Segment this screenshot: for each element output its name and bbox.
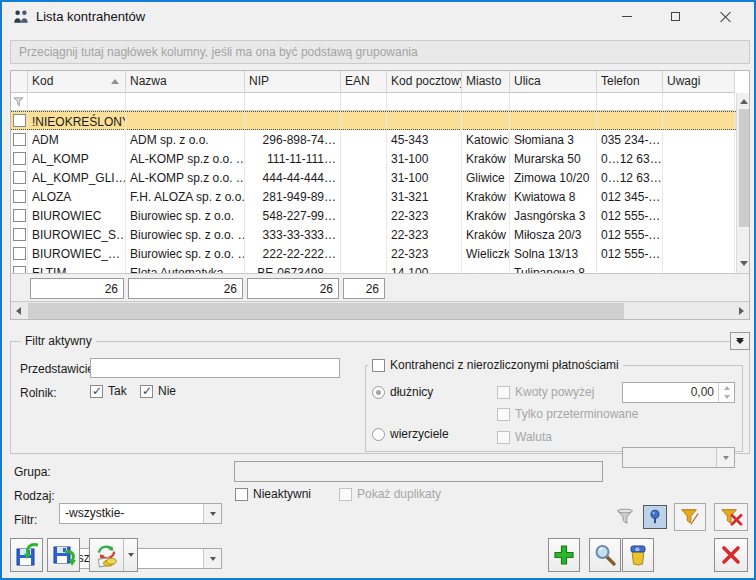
- chevron-down-icon[interactable]: [716, 448, 734, 467]
- table-row[interactable]: BIUROWIEC_…Biurowiec sp. z o.o. …222-22-…: [11, 244, 736, 263]
- checkbox-checked-icon[interactable]: [140, 385, 153, 398]
- checkbox-unchecked-icon[interactable]: [13, 114, 26, 127]
- przedstawiciel-input[interactable]: [90, 358, 340, 378]
- checkbox-unchecked-icon[interactable]: [13, 209, 26, 222]
- pin-filter-button[interactable]: [643, 505, 667, 529]
- checkbox-unchecked-icon[interactable]: [13, 228, 26, 241]
- title-bar[interactable]: Lista kontrahentów: [2, 2, 754, 32]
- row-checkbox[interactable]: [11, 263, 28, 273]
- chevron-down-icon[interactable]: [203, 549, 221, 568]
- table-row[interactable]: BIUROWIECBiurowiec sp. z o.o.548-227-99……: [11, 206, 736, 225]
- autofilter-cell[interactable]: [341, 93, 387, 111]
- column-header-kod-pocztowy[interactable]: Kod pocztowy: [387, 71, 462, 93]
- row-checkbox[interactable]: [11, 130, 28, 149]
- checkbox-unchecked-icon[interactable]: [13, 152, 26, 165]
- table-row[interactable]: AL_KOMPAL-KOMP sp.z o.o. …111-11-111…31-…: [11, 149, 736, 168]
- checkbox-unchecked-icon[interactable]: [13, 190, 26, 203]
- autofilter-cell[interactable]: [510, 93, 597, 111]
- operations-button[interactable]: [89, 538, 138, 572]
- horizontal-scrollbar-thumb[interactable]: [28, 303, 624, 319]
- column-header-ean[interactable]: EAN: [341, 71, 387, 93]
- operations-dropdown-arrow[interactable]: [123, 539, 137, 571]
- amount-spinner[interactable]: 0,00: [622, 382, 735, 403]
- collapse-panel-button[interactable]: [730, 332, 750, 350]
- row-checkbox[interactable]: [11, 168, 28, 187]
- row-checkbox[interactable]: [11, 149, 28, 168]
- scroll-down-icon[interactable]: [740, 261, 748, 266]
- cell: Solna 13/13: [510, 244, 597, 263]
- checkbox-unchecked-icon[interactable]: [13, 171, 26, 184]
- row-checkbox[interactable]: [11, 225, 28, 244]
- column-header-ulica[interactable]: Ulica: [510, 71, 597, 93]
- table-row[interactable]: ALOZAF.H. ALOZA sp. z o.o.281-949-89…31-…: [11, 187, 736, 206]
- rolnik-tak-checkbox[interactable]: Tak: [90, 384, 127, 398]
- row-checkbox[interactable]: [11, 206, 28, 225]
- row-checkbox[interactable]: [11, 244, 28, 263]
- import-button[interactable]: [47, 538, 80, 572]
- scroll-right-icon[interactable]: [739, 307, 744, 315]
- nieaktywni-checkbox[interactable]: Nieaktywni: [235, 487, 311, 501]
- autofilter-cell[interactable]: [28, 93, 126, 111]
- row-checkbox[interactable]: [11, 112, 28, 129]
- filter-edit-button[interactable]: [674, 503, 706, 531]
- minimize-button[interactable]: [610, 2, 644, 30]
- rodzaj-dropdown[interactable]: -wszystkie-: [59, 548, 222, 569]
- checkbox-unchecked-icon[interactable]: [13, 266, 26, 273]
- checkbox-checked-icon[interactable]: [90, 385, 103, 398]
- column-header-telefon[interactable]: Telefon: [597, 71, 663, 93]
- checkbox-unchecked-icon[interactable]: [13, 133, 26, 146]
- spinner-arrows-icon[interactable]: [718, 383, 734, 402]
- vertical-scrollbar-thumb[interactable]: [739, 109, 750, 227]
- autofilter-cell[interactable]: [462, 93, 510, 111]
- radio-selected-icon[interactable]: [372, 386, 385, 399]
- checkbox-unchecked-icon[interactable]: [235, 488, 248, 501]
- export-button[interactable]: [10, 538, 43, 572]
- autofilter-cell[interactable]: [663, 93, 735, 111]
- autofilter-cell[interactable]: [126, 93, 245, 111]
- payments-checkbox[interactable]: Kontrahenci z nierozliczonymi płatnościa…: [372, 358, 619, 372]
- close-button[interactable]: [714, 538, 748, 572]
- pokaz-duplikaty-checkbox[interactable]: Pokaż duplikaty: [339, 487, 441, 501]
- column-header-miasto[interactable]: Miasto: [462, 71, 510, 93]
- scroll-up-icon[interactable]: [740, 99, 748, 104]
- filter-clear-button[interactable]: [714, 503, 748, 531]
- checkbox-unchecked-icon[interactable]: [372, 359, 385, 372]
- autofilter-cell[interactable]: [245, 93, 341, 111]
- table-row[interactable]: ELTIMElota Automatyka…BE-0673498…14-100T…: [11, 263, 736, 273]
- group-by-bar[interactable]: Przeciągnij tutaj nagłówek kolumny, jeśl…: [10, 40, 750, 64]
- add-button[interactable]: [548, 538, 580, 572]
- column-header-nip[interactable]: NIP: [245, 71, 341, 93]
- grupa-dropdown[interactable]: -wszystkie-: [59, 503, 222, 524]
- currency-dropdown[interactable]: [622, 447, 735, 468]
- horizontal-scrollbar[interactable]: [11, 301, 750, 319]
- filter-funnel-button[interactable]: [610, 503, 640, 531]
- column-header-uwagi[interactable]: Uwagi: [663, 71, 735, 93]
- close-window-button[interactable]: [708, 2, 742, 30]
- creditors-radio[interactable]: wierzyciele: [372, 427, 449, 441]
- delete-button[interactable]: ♻: [622, 538, 654, 572]
- kwoty-powyzej-checkbox[interactable]: Kwoty powyżej: [497, 385, 594, 399]
- column-header-nazwa[interactable]: Nazwa: [126, 71, 245, 93]
- table-row[interactable]: ADMADM sp. z o.o.296-898-74…45-343Katowi…: [11, 130, 736, 149]
- table-row[interactable]: BIUROWIEC_S…Biurowiec sp. z o.o. …333-33…: [11, 225, 736, 244]
- autofilter-cell[interactable]: [387, 93, 462, 111]
- autofilter-cell[interactable]: [597, 93, 663, 111]
- chevron-down-icon[interactable]: [203, 504, 221, 523]
- radio-unselected-icon[interactable]: [372, 428, 385, 441]
- autofilter-funnel-cell[interactable]: [11, 93, 28, 111]
- table-row[interactable]: AL_KOMP_GLI…AL-KOMP sp.z o.o. …444-44-44…: [11, 168, 736, 187]
- table-row[interactable]: !NIEOKREŚLONY!: [11, 111, 736, 130]
- scroll-left-icon[interactable]: [16, 307, 21, 315]
- checkbox-unchecked-icon[interactable]: [13, 247, 26, 260]
- view-button[interactable]: [589, 538, 621, 572]
- maximize-button[interactable]: [658, 2, 692, 30]
- przeterminowane-checkbox[interactable]: Tylko przeterminowane: [497, 407, 638, 421]
- cell: ELTIM: [28, 263, 126, 273]
- waluta-checkbox[interactable]: Waluta: [497, 430, 552, 444]
- rolnik-nie-checkbox[interactable]: Nie: [140, 384, 176, 398]
- grid-autofilter-row[interactable]: [11, 93, 735, 111]
- row-checkbox[interactable]: [11, 187, 28, 206]
- debtors-radio[interactable]: dłużnicy: [372, 385, 433, 399]
- column-header-kod[interactable]: Kod: [28, 71, 126, 93]
- vertical-scrollbar[interactable]: [736, 93, 750, 273]
